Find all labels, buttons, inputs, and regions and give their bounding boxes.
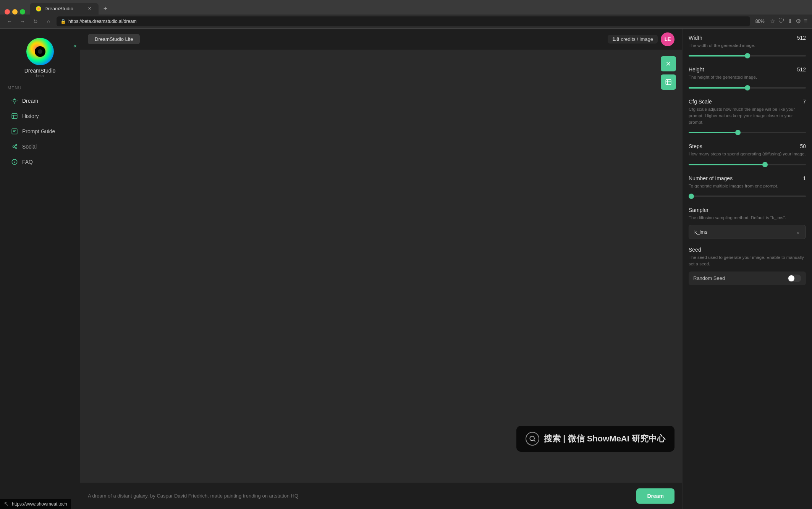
steps-value: 50 — [800, 143, 806, 149]
sampler-select[interactable]: k_lms ⌄ — [689, 225, 806, 239]
seed-label: Seed — [689, 247, 701, 253]
width-fill — [689, 55, 747, 57]
security-icon: 🔒 — [60, 19, 66, 24]
width-thumb[interactable] — [745, 53, 750, 58]
sidebar-item-faq[interactable]: FAQ — [3, 154, 77, 170]
maximize-traffic-light[interactable] — [20, 9, 25, 15]
active-tab[interactable]: DreamStudio ✕ — [30, 3, 99, 15]
cfg-scale-slider[interactable] — [689, 129, 806, 136]
collapse-sidebar-button[interactable]: « — [73, 42, 77, 49]
sidebar-item-social-label: Social — [22, 144, 37, 150]
logo-beta: beta — [36, 74, 44, 78]
seed-setting: Seed The seed used to generate your imag… — [689, 247, 806, 285]
steps-thumb[interactable] — [762, 162, 768, 167]
zoom-badge: 80% — [753, 18, 767, 25]
sampler-header: Sampler — [689, 207, 806, 213]
close-traffic-light[interactable] — [5, 9, 10, 15]
logo-area: DreamStudio beta « — [0, 35, 80, 86]
cfg-scale-fill — [689, 132, 738, 133]
chevron-down-icon: ⌄ — [796, 229, 800, 235]
random-seed-label: Random Seed — [693, 275, 725, 281]
back-button[interactable]: ← — [5, 16, 15, 26]
height-track — [689, 87, 806, 89]
num-images-description: To generate multiple images from one pro… — [689, 183, 806, 189]
num-images-slider[interactable] — [689, 193, 806, 199]
seed-toggle-row: Random Seed — [689, 271, 806, 285]
menu-icon[interactable]: ≡ — [804, 18, 807, 25]
social-icon — [11, 143, 18, 150]
sidebar-item-history[interactable]: History — [3, 108, 77, 124]
sampler-setting: Sampler The diffusion sampling method. D… — [689, 207, 806, 239]
url-tooltip: ↖ https://www.showmeai.tech — [0, 499, 71, 509]
cfg-scale-thumb[interactable] — [735, 130, 741, 135]
steps-fill — [689, 164, 765, 165]
width-setting: Width 512 The width of the generated ima… — [689, 35, 806, 59]
width-description: The width of the generated image. — [689, 42, 806, 49]
app-container: DreamStudio beta « MENU Dream History Pr… — [0, 29, 812, 509]
num-images-track — [689, 196, 806, 197]
main-header: DreamStudio Lite 1.0 credits / image LE — [80, 29, 682, 50]
sidebar-item-social[interactable]: Social — [3, 139, 77, 154]
dream-icon — [11, 97, 18, 105]
dreamstudio-lite-tab[interactable]: DreamStudio Lite — [88, 34, 140, 44]
random-seed-toggle[interactable] — [788, 275, 801, 282]
sampler-label: Sampler — [689, 207, 708, 213]
width-slider[interactable] — [689, 53, 806, 59]
cfg-scale-header: Cfg Scale 7 — [689, 99, 806, 105]
right-panel: Width 512 The width of the generated ima… — [682, 29, 812, 509]
upload-image-button[interactable] — [661, 74, 676, 90]
num-images-header: Number of Images 1 — [689, 175, 806, 181]
cfg-scale-description: Cfg scale adjusts how much the image wil… — [689, 106, 806, 126]
dream-button[interactable]: Dream — [636, 488, 675, 504]
download-icon[interactable]: ⬇ — [788, 18, 793, 25]
width-header: Width 512 — [689, 35, 806, 41]
tab-close-button[interactable]: ✕ — [86, 6, 92, 12]
steps-slider[interactable] — [689, 162, 806, 168]
seed-header: Seed — [689, 247, 806, 253]
steps-setting: Steps 50 How many steps to spend generat… — [689, 143, 806, 167]
home-button[interactable]: ⌂ — [44, 16, 53, 26]
sidebar-item-dream[interactable]: Dream — [3, 93, 77, 108]
svg-point-4 — [16, 144, 17, 145]
height-header: Height 512 — [689, 66, 806, 73]
sidebar-item-prompt-guide[interactable]: Prompt Guide — [3, 124, 77, 139]
height-slider[interactable] — [689, 85, 806, 91]
canvas-area: 搜索 | 微信 ShowMeAI 研究中心 — [80, 50, 682, 482]
menu-label: MENU — [0, 86, 80, 90]
cfg-scale-setting: Cfg Scale 7 Cfg scale adjusts how much t… — [689, 99, 806, 136]
user-avatar[interactable]: LE — [661, 32, 675, 46]
watermark-search-icon — [526, 432, 539, 446]
history-icon — [11, 112, 18, 120]
shield-icon[interactable]: 🛡 — [778, 18, 785, 25]
credits-number: 1.0 — [612, 36, 619, 42]
height-thumb[interactable] — [745, 85, 750, 90]
nav-bar: ← → ↻ ⌂ 🔒 https://beta.dreamstudio.ai/dr… — [0, 15, 812, 29]
address-url: https://beta.dreamstudio.ai/dream — [68, 19, 137, 24]
svg-point-0 — [13, 99, 16, 102]
browser-chrome: DreamStudio ✕ + ← → ↻ ⌂ 🔒 https://beta.d… — [0, 0, 812, 29]
prompt-bar: Dream — [80, 482, 682, 509]
num-images-value: 1 — [803, 175, 806, 181]
reload-button[interactable]: ↻ — [31, 16, 40, 26]
clear-canvas-button[interactable] — [661, 56, 676, 71]
prompt-input[interactable] — [88, 493, 630, 499]
forward-button[interactable]: → — [18, 16, 27, 26]
minimize-traffic-light[interactable] — [12, 9, 18, 15]
address-bar[interactable]: 🔒 https://beta.dreamstudio.ai/dream — [57, 16, 750, 26]
nav-actions: ☆ 🛡 ⬇ ⚙ ≡ — [770, 18, 807, 25]
url-text: https://www.showmeai.tech — [12, 501, 67, 507]
settings-icon[interactable]: ⚙ — [796, 18, 801, 25]
num-images-thumb[interactable] — [689, 194, 694, 199]
cfg-scale-track — [689, 132, 806, 133]
svg-point-3 — [13, 146, 15, 148]
sidebar-item-history-label: History — [22, 113, 39, 119]
bookmark-icon[interactable]: ☆ — [770, 18, 775, 25]
num-images-setting: Number of Images 1 To generate multiple … — [689, 175, 806, 199]
credits-display: 1.0 credits / image — [608, 35, 658, 44]
url-cursor-icon: ↖ — [4, 500, 9, 507]
prompt-guide-icon — [11, 128, 18, 135]
new-tab-button[interactable]: + — [100, 4, 111, 15]
canvas-tools — [661, 56, 676, 90]
sidebar-item-dream-label: Dream — [22, 98, 38, 104]
steps-header: Steps 50 — [689, 143, 806, 149]
